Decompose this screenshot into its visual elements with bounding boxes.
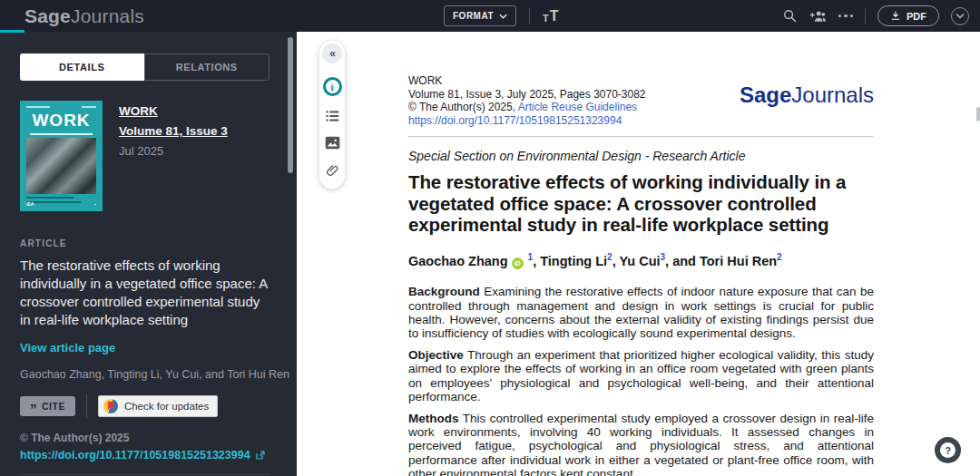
- author-name[interactable]: Yu Cui: [619, 253, 660, 267]
- logo-bold: Sage: [24, 5, 71, 26]
- paragraph-label: Objective: [408, 348, 464, 362]
- abstract-paragraph: Background Examining the restorative eff…: [408, 285, 874, 340]
- sage-journals-logo[interactable]: SageJournals: [24, 5, 144, 27]
- accent-underline: [0, 30, 24, 33]
- divider: [529, 8, 530, 24]
- cover-title: WORK: [26, 111, 96, 131]
- reuse-guidelines-link[interactable]: Article Reuse Guidelines: [518, 101, 637, 113]
- sidebar-article-title: The restorative effects of working indiv…: [20, 257, 270, 329]
- sidebar-authors: Gaochao Zhang, Tingting Li, Yu Cui, and …: [20, 368, 270, 381]
- tab-relations[interactable]: RELATIONS: [144, 53, 270, 81]
- collapse-header-button[interactable]: [951, 7, 969, 25]
- reader-toolbar: « i: [319, 41, 345, 189]
- citation-journal: WORK: [408, 74, 646, 88]
- sage-journals-wordmark: SageJournals: [740, 83, 874, 127]
- help-button[interactable]: ?: [935, 437, 961, 463]
- article-viewer: « i WORK Volume 81, Issue 3, July 2025, …: [297, 32, 980, 476]
- author-name[interactable]: Gaochao Zhang: [408, 253, 508, 267]
- format-group: FORMAT TT: [444, 0, 559, 32]
- authors-line: Gaochao ZhangiD 1, Tingting Li2, Yu Cui3…: [408, 252, 874, 270]
- view-article-page-link[interactable]: View article page: [20, 341, 270, 355]
- topbar-actions: PDF: [782, 0, 970, 32]
- cover-art: [26, 138, 96, 194]
- doi-link[interactable]: https://doi.org/10.1177/1051981525132399…: [20, 449, 270, 461]
- journal-info: WORK IEA ▪ WORK Volume 81, Issue 3 Jul 2…: [20, 101, 270, 211]
- divider: [865, 8, 866, 24]
- add-people-icon[interactable]: [809, 9, 827, 24]
- divider: [408, 136, 874, 137]
- collapse-icon[interactable]: «: [322, 44, 342, 63]
- journal-cover[interactable]: WORK IEA ▪: [20, 101, 103, 211]
- main-scrollbar[interactable]: [976, 107, 980, 121]
- logo-regular: Journals: [71, 5, 144, 26]
- author-name[interactable]: Tori Hui Ren: [700, 253, 777, 267]
- journal-issue-link[interactable]: Volume 81, Issue 3: [119, 124, 228, 138]
- affiliation-ref[interactable]: 2: [777, 252, 782, 262]
- copyright-text: © The Author(s) 2025: [20, 432, 270, 444]
- format-label: FORMAT: [453, 11, 494, 21]
- cite-button[interactable]: ” CITE: [20, 396, 75, 416]
- details-sidebar: DETAILS RELATIONS WORK IEA ▪ WORK Volume…: [0, 32, 297, 476]
- divider: [20, 474, 270, 475]
- sidebar-scrollbar[interactable]: [288, 37, 293, 173]
- chevron-down-icon: [956, 13, 965, 19]
- abstract-paragraph: Objective Through an experiment that pri…: [408, 348, 874, 403]
- article-type-label: ARTICLE: [20, 238, 270, 248]
- format-button[interactable]: FORMAT: [444, 5, 516, 26]
- attachment-icon[interactable]: [326, 163, 339, 178]
- citation-issue: Volume 81, Issue 3, July 2025, Pages 307…: [408, 88, 646, 102]
- chevron-down-icon: [499, 14, 507, 19]
- info-icon[interactable]: i: [323, 77, 342, 96]
- pdf-label: PDF: [906, 11, 926, 22]
- abstract-paragraph: Methods This controlled experimental stu…: [408, 412, 874, 476]
- quote-icon: ”: [30, 405, 37, 413]
- author-name[interactable]: Tingting Li: [540, 253, 607, 267]
- paragraph-label: Background: [408, 285, 480, 298]
- top-bar: SageJournals FORMAT TT PDF: [0, 0, 980, 32]
- tab-details[interactable]: DETAILS: [20, 53, 144, 81]
- article-content: WORK Volume 81, Issue 3, July 2025, Page…: [408, 74, 874, 476]
- divider: [86, 394, 87, 418]
- image-icon[interactable]: [325, 136, 340, 150]
- crossmark-icon: [103, 399, 118, 413]
- download-icon: [890, 10, 901, 22]
- article-title: The restorative effects of working indiv…: [408, 171, 874, 236]
- paragraph-label: Methods: [408, 412, 459, 425]
- overflow-menu-icon[interactable]: [838, 15, 854, 18]
- section-label: Special Section on Environmental Design …: [408, 149, 874, 163]
- citation-doi-link[interactable]: https://doi.org/10.1177/1051981525132399…: [408, 114, 646, 128]
- pdf-download-button[interactable]: PDF: [877, 5, 939, 26]
- text-size-button[interactable]: TT: [543, 9, 559, 24]
- question-mark-icon: ?: [940, 442, 956, 458]
- issue-date: Jul 2025: [119, 144, 228, 158]
- external-link-icon: [255, 450, 266, 461]
- check-for-updates-button[interactable]: Check for updates: [98, 395, 218, 417]
- journal-name-link[interactable]: WORK: [119, 104, 228, 118]
- sidebar-tabs: DETAILS RELATIONS: [20, 53, 270, 81]
- citation-copyright: © The Author(s) 2025,: [408, 101, 518, 113]
- orcid-icon[interactable]: iD: [512, 257, 524, 269]
- citation-block: WORK Volume 81, Issue 3, July 2025, Page…: [408, 74, 646, 127]
- search-icon[interactable]: [782, 8, 798, 24]
- list-icon[interactable]: [325, 110, 340, 122]
